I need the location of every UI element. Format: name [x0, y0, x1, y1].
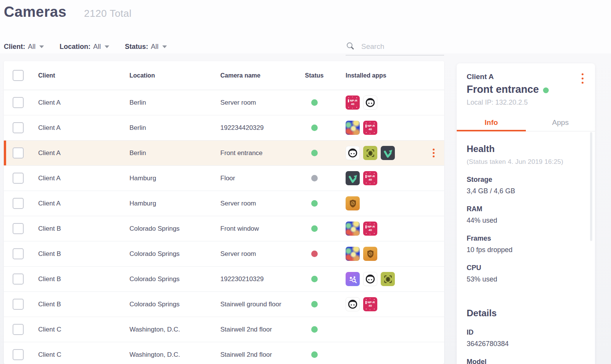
table-row[interactable]: Client BColorado SpringsStairwell ground…: [4, 292, 444, 317]
detail-item: ModelBrand X: [467, 358, 585, 364]
cell-camera-name: Stairwell 2nd floor: [220, 351, 295, 359]
analytics-trend-app-icon[interactable]: [346, 171, 360, 185]
crowd-detection-app-icon[interactable]: [346, 272, 360, 286]
panel-kebab-menu-icon[interactable]: [582, 73, 584, 84]
row-checkbox[interactable]: [13, 173, 24, 184]
status-dot-inactive: [311, 175, 318, 181]
table-row[interactable]: Client BColorado Springs192230210329: [4, 267, 444, 292]
row-checkbox[interactable]: [13, 273, 24, 285]
face-detection-app-icon[interactable]: [346, 297, 360, 311]
select-all-checkbox[interactable]: [13, 70, 24, 81]
page-header: Cameras 2120 Total: [4, 4, 132, 20]
cell-location: Hamburg: [129, 175, 220, 182]
cell-installed-apps: NP-R40: [333, 222, 423, 236]
cell-installed-apps: [333, 196, 423, 210]
cell-status: [311, 175, 318, 181]
cell-location: Berlin: [129, 124, 220, 132]
select-all-cell: [4, 70, 38, 81]
cell-location: Hamburg: [129, 200, 220, 207]
search-icon: [346, 41, 355, 52]
row-checkbox[interactable]: [13, 122, 24, 133]
filter-value: All: [28, 43, 36, 51]
column-installed-apps: Installed apps: [333, 72, 423, 79]
panel-tabs: InfoApps: [457, 114, 595, 131]
cell-camera-name: Floor: [220, 175, 295, 182]
column-location: Location: [129, 72, 220, 79]
face-detection-app-icon[interactable]: [346, 146, 360, 160]
row-checkbox[interactable]: [13, 349, 24, 360]
privacy-shield-app-icon[interactable]: [363, 247, 377, 261]
table-row[interactable]: Client BColorado SpringsFront windowNP-R…: [4, 216, 444, 241]
table-row[interactable]: Client ABerlin192234420329NP-R40: [4, 115, 444, 141]
total-count: 2120 Total: [84, 8, 132, 19]
face-detection-app-icon[interactable]: [363, 95, 377, 110]
column-status: Status: [305, 72, 324, 79]
cell-camera-name: Stairwell 2nd floor: [220, 326, 295, 333]
detail-item: ID36426780384: [467, 328, 585, 348]
filter-client[interactable]: Client:All: [4, 43, 44, 51]
table-row[interactable]: Client ABerlinServer roomNP-R40: [4, 90, 444, 115]
heatmap-app-icon[interactable]: [346, 121, 360, 135]
face-recognition-app-icon[interactable]: [363, 146, 377, 160]
cell-client: Client C: [38, 351, 129, 359]
table-row[interactable]: Client ABerlinFront entrance: [4, 141, 444, 166]
number-plate-recognition-app-icon[interactable]: NP-R40: [363, 297, 377, 311]
status-dot-online: [311, 150, 318, 156]
health-title: Health: [467, 144, 585, 154]
details-items: ID36426780384ModelBrand X: [467, 328, 585, 364]
cameras-table: Client Location Camera name Status Insta…: [4, 61, 444, 364]
row-checkbox[interactable]: [13, 198, 24, 209]
row-checkbox[interactable]: [13, 147, 24, 159]
detail-label: Model: [467, 358, 585, 364]
cell-status: [311, 251, 318, 257]
cell-location: Washington, D.C.: [129, 351, 220, 359]
filter-label: Status:: [125, 43, 148, 51]
health-metrics: Storage3,4 GB / 4,6 GBRAM44% usedFrames1…: [467, 176, 585, 283]
table-row[interactable]: Client BColorado SpringsServer room: [4, 241, 444, 267]
cell-camera-name: Front entrance: [220, 149, 295, 157]
row-checkbox[interactable]: [13, 324, 24, 335]
row-checkbox-cell: [4, 223, 38, 234]
status-dot-online: [311, 301, 318, 307]
cell-location: Colorado Springs: [129, 250, 220, 258]
chevron-down-icon: [39, 45, 44, 48]
row-checkbox[interactable]: [13, 97, 24, 108]
number-plate-recognition-app-icon[interactable]: NP-R40: [346, 95, 360, 110]
row-checkbox[interactable]: [13, 223, 24, 234]
tab-apps[interactable]: Apps: [526, 114, 595, 131]
cell-installed-apps: [333, 146, 423, 160]
row-checkbox[interactable]: [13, 248, 24, 259]
cell-status: [311, 99, 318, 106]
search-input[interactable]: [361, 42, 444, 51]
tab-info[interactable]: Info: [457, 114, 526, 131]
cell-location: Colorado Springs: [129, 275, 220, 283]
analytics-trend-app-icon[interactable]: [381, 146, 395, 160]
cell-installed-apps: NP-R40: [333, 171, 423, 185]
table-row[interactable]: Client CWashington, D.C.Stairwell 2nd fl…: [4, 342, 444, 364]
privacy-shield-app-icon[interactable]: [346, 196, 360, 210]
heatmap-app-icon[interactable]: [346, 222, 360, 236]
row-kebab-menu-icon[interactable]: [433, 149, 435, 157]
face-recognition-app-icon[interactable]: [381, 272, 395, 286]
cell-location: Washington, D.C.: [129, 326, 220, 333]
status-dot-online: [311, 276, 318, 282]
filter-label: Location:: [60, 43, 91, 51]
number-plate-recognition-app-icon[interactable]: NP-R40: [363, 222, 377, 236]
table-row[interactable]: Client CWashington, D.C.Stairwell 2nd fl…: [4, 317, 444, 342]
number-plate-recognition-app-icon[interactable]: NP-R40: [363, 121, 377, 135]
row-checkbox-cell: [4, 299, 38, 310]
filter-status[interactable]: Status:All: [125, 43, 167, 51]
row-checkbox[interactable]: [13, 299, 24, 310]
chevron-down-icon: [105, 45, 109, 48]
face-detection-app-icon[interactable]: [363, 272, 377, 286]
table-row[interactable]: Client AHamburgFloorNP-R40: [4, 166, 444, 191]
heatmap-app-icon[interactable]: [346, 247, 360, 261]
table-row[interactable]: Client AHamburgServer room: [4, 191, 444, 216]
number-plate-recognition-app-icon[interactable]: NP-R40: [363, 171, 377, 185]
filter-label: Client:: [4, 43, 25, 51]
status-dot-online: [311, 225, 318, 232]
metric-item: Storage3,4 GB / 4,6 GB: [467, 176, 585, 195]
panel-scrollbar[interactable]: [590, 132, 592, 241]
status-dot-error: [311, 251, 318, 257]
filter-location[interactable]: Location:All: [60, 43, 109, 51]
